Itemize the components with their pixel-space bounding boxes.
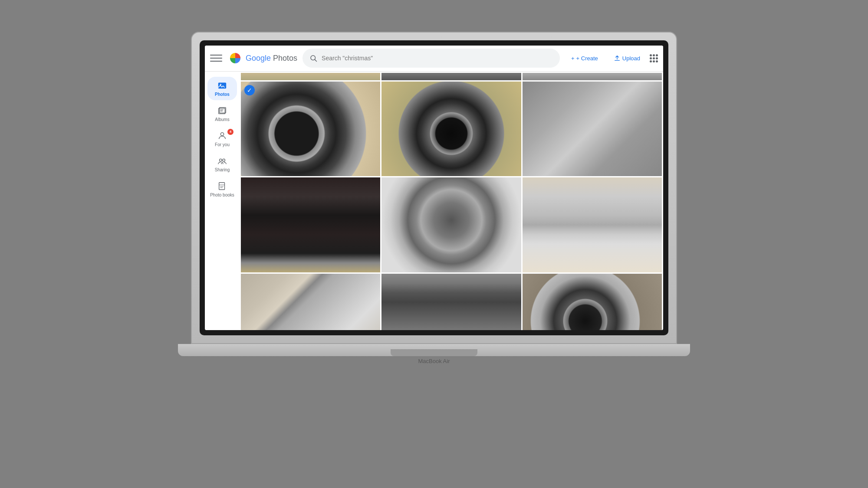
photo-selected-checkmark: ✓: [244, 85, 255, 95]
photobooks-nav-label: Photo books: [210, 193, 234, 197]
photo-cell-8[interactable]: [381, 274, 521, 330]
photo-cell-6[interactable]: [523, 177, 662, 272]
svg-line-2: [315, 59, 316, 61]
svg-point-10: [220, 159, 222, 161]
svg-point-9: [220, 132, 224, 135]
albums-icon: [217, 105, 227, 116]
foryou-icon: [217, 131, 227, 141]
search-icon: [309, 54, 317, 62]
macbook-notch: [391, 349, 477, 356]
photobooks-icon: [217, 181, 227, 191]
create-button[interactable]: + + Create: [565, 52, 604, 65]
photo-image-4: [241, 177, 380, 272]
photo-image-5: [381, 177, 521, 272]
create-label: + Create: [576, 55, 598, 62]
photo-image-1: [241, 82, 380, 177]
screen-bezel: Google Photos + + Create: [200, 40, 668, 335]
photo-cell-4[interactable]: [241, 177, 380, 272]
albums-nav-label: Albums: [215, 117, 229, 122]
photo-image-7: [241, 274, 380, 330]
google-photos-icon: [227, 50, 243, 66]
upload-label: Upload: [622, 55, 640, 62]
photo-grid-container[interactable]: ✓: [240, 72, 663, 330]
macbook-lid: Google Photos + + Create: [191, 32, 677, 344]
photo-image-6: [523, 177, 662, 272]
app-header: Google Photos + + Create: [205, 46, 663, 72]
sidebar-item-photos[interactable]: Photos: [207, 77, 237, 100]
sharing-nav-label: Sharing: [215, 167, 230, 172]
svg-point-11: [223, 159, 225, 161]
sharing-icon: [217, 156, 227, 166]
photo-image-9: [523, 274, 662, 330]
grid-wrapper: ✓: [240, 80, 663, 330]
browser-window: Google Photos + + Create: [205, 46, 663, 330]
svg-rect-12: [219, 182, 225, 190]
search-input[interactable]: [322, 55, 553, 62]
photo-cell-3[interactable]: [523, 82, 662, 177]
sidebar-item-photobooks[interactable]: Photo books: [207, 177, 237, 201]
photo-cell-5[interactable]: [381, 177, 521, 272]
upload-icon: [614, 55, 621, 62]
strip-cell-2: [381, 73, 521, 80]
macbook-base: [178, 344, 690, 356]
app-body: Photos Albums: [205, 72, 663, 330]
photo-image-8: [381, 274, 521, 330]
sidebar-item-foryou[interactable]: 4 For you: [207, 127, 237, 151]
svg-rect-3: [218, 82, 226, 88]
hamburger-menu-button[interactable]: [210, 52, 222, 64]
search-bar[interactable]: [302, 49, 560, 68]
photo-grid: ✓: [240, 80, 663, 330]
photo-cell-9[interactable]: [523, 274, 662, 330]
foryou-nav-label: For you: [215, 142, 230, 147]
google-apps-button[interactable]: [650, 54, 658, 62]
photo-strip-top: [240, 72, 663, 80]
sidebar: Photos Albums: [205, 72, 240, 330]
google-photos-logo: Google Photos: [227, 50, 297, 66]
foryou-badge: 4: [227, 129, 233, 135]
photos-icon: [217, 80, 227, 91]
photo-image-2: [381, 82, 521, 177]
sidebar-item-sharing[interactable]: Sharing: [207, 152, 237, 176]
macbook-device: Google Photos + + Create: [191, 32, 677, 457]
photos-nav-label: Photos: [215, 92, 230, 97]
strip-cell-3: [523, 73, 662, 80]
logo-text: Google Photos: [246, 54, 297, 63]
strip-cell-1: [241, 73, 380, 80]
header-actions: + + Create Upload: [565, 51, 658, 65]
photo-cell-2[interactable]: [381, 82, 521, 177]
create-plus-icon: +: [571, 55, 575, 62]
upload-button[interactable]: Upload: [608, 51, 646, 65]
macbook-model-label: MacBook Air: [418, 358, 450, 364]
photo-cell-1[interactable]: ✓: [241, 82, 380, 177]
sidebar-item-albums[interactable]: Albums: [207, 102, 237, 125]
photo-cell-7[interactable]: [241, 274, 380, 330]
photo-image-3: [523, 82, 662, 177]
